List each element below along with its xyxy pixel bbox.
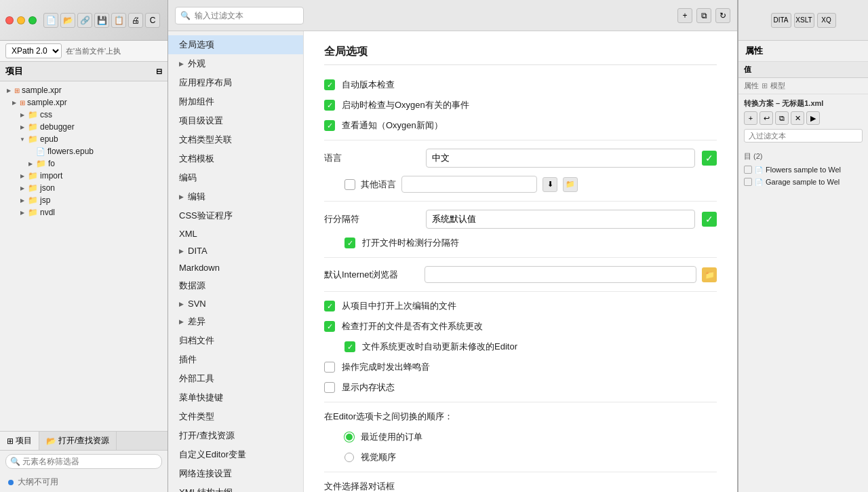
tree-item-flowers-epub[interactable]: 📄 flowers.epub: [0, 145, 167, 157]
tree-item-import[interactable]: ▶ 📁 import: [0, 170, 167, 182]
transform-filter-input[interactable]: [744, 129, 863, 143]
line-sep-label: 行分隔符: [324, 213, 419, 225]
checkbox-beep[interactable]: [324, 362, 335, 373]
settings-toolbar: 🔍 + ⧉ ↻: [168, 0, 737, 31]
other-lang-input[interactable]: [401, 176, 537, 193]
result-item-garage[interactable]: 📄 Garage sample to Wel: [738, 176, 868, 188]
copy-settings-icon[interactable]: ⧉: [696, 8, 711, 23]
nav-appearance[interactable]: ▶ 外观: [168, 54, 303, 73]
checkbox-open-last-file[interactable]: ✓: [324, 301, 335, 311]
tab-find-resource[interactable]: 📂 打开/查找资源: [39, 432, 117, 450]
internet-browser-folder-btn[interactable]: 📁: [702, 267, 717, 282]
maximize-button[interactable]: [28, 16, 37, 24]
right-icon-xslt[interactable]: XSLT: [794, 13, 814, 28]
checkbox-auto-update-editor[interactable]: ✓: [344, 341, 355, 352]
nav-app-layout[interactable]: 应用程序布局: [168, 73, 303, 92]
tree-item-debugger[interactable]: ▶ 📁 debugger: [0, 121, 167, 133]
right-top-toolbar: DITA XSLT XQ: [738, 0, 868, 41]
tree-item-jsp[interactable]: ▶ 📁 jsp: [0, 194, 167, 206]
nav-open-find[interactable]: 打开/查找资源: [168, 426, 303, 445]
tree-item-json[interactable]: ▶ 📁 json: [0, 182, 167, 194]
result-item-flowers[interactable]: 📄 Flowers sample to Wel: [738, 164, 868, 176]
nav-encoding[interactable]: 编码: [168, 168, 303, 187]
checkbox-check-fs-changes[interactable]: ✓: [324, 321, 335, 332]
xpath-version-select[interactable]: XPath 2.0: [5, 43, 62, 58]
radio-recent-order[interactable]: [344, 432, 354, 442]
lang-download-btn[interactable]: ⬇: [542, 177, 557, 192]
nav-plugins[interactable]: 插件: [168, 350, 303, 369]
result-checkbox-garage[interactable]: [744, 178, 752, 186]
settings-filter-input[interactable]: [175, 7, 304, 24]
tab-model[interactable]: 模型: [770, 81, 785, 91]
tree-item-sample-xpr2[interactable]: ▶ ⊞ sample.xpr: [0, 96, 167, 109]
checkbox-detect-line-sep[interactable]: ✓: [344, 238, 355, 248]
lang-folder-btn[interactable]: 📁: [563, 177, 578, 192]
right-icon-dita[interactable]: DITA: [771, 13, 791, 28]
result-checkbox-flowers[interactable]: [744, 166, 752, 174]
nav-xml[interactable]: XML: [168, 225, 303, 242]
radio-visual-order[interactable]: [344, 453, 354, 462]
transform-add-btn[interactable]: +: [744, 111, 757, 125]
transform-delete-btn[interactable]: ✕: [791, 111, 804, 125]
nav-file-types[interactable]: 文件类型: [168, 407, 303, 426]
nav-settings-icon[interactable]: ↻: [715, 8, 730, 23]
collapse-icon[interactable]: ⊟: [156, 67, 162, 76]
checkbox-other-lang[interactable]: [344, 179, 355, 190]
element-search-input[interactable]: [5, 454, 162, 469]
transform-nav-btn[interactable]: ↩: [760, 111, 773, 125]
tab-project[interactable]: ⊞ 项目: [0, 432, 39, 450]
tree-item-sample-xpr[interactable]: ▶ ⊞ sample.xpr: [0, 84, 167, 96]
nav-doc-type[interactable]: 文档类型关联: [168, 130, 303, 149]
close-button[interactable]: [5, 16, 14, 24]
tree-item-fo[interactable]: ▶ 📁 fo: [0, 157, 167, 170]
nav-archive[interactable]: 归档文件: [168, 331, 303, 350]
open-remote-icon[interactable]: 🔗: [77, 13, 92, 28]
transform-run-btn[interactable]: ▶: [806, 111, 820, 125]
tab-attributes[interactable]: 属性: [744, 81, 759, 91]
checkbox-memory-status[interactable]: [324, 382, 335, 393]
tree-label: nvdl: [40, 208, 55, 217]
nav-diff[interactable]: ▶ 差异: [168, 312, 303, 331]
nav-css-check[interactable]: CSS验证程序: [168, 206, 303, 225]
nav-diff-label: 差异: [188, 316, 205, 328]
result-label-flowers: Flowers sample to Wel: [766, 166, 841, 174]
line-sep-dropdown[interactable]: 系统默认值: [426, 210, 695, 229]
setting-radio-visual: 视觉顺序: [324, 451, 717, 463]
nav-project-settings[interactable]: 项目级设置: [168, 111, 303, 130]
nav-svn[interactable]: ▶ SVN: [168, 295, 303, 312]
save-all-icon[interactable]: 📋: [111, 13, 126, 28]
add-settings-icon[interactable]: +: [677, 8, 692, 23]
new-file-icon[interactable]: 📄: [43, 13, 58, 28]
lang-confirm-btn[interactable]: ✓: [702, 151, 717, 166]
tree-item-css[interactable]: ▶ 📁 css: [0, 109, 167, 121]
checkbox-auto-update[interactable]: ✓: [324, 79, 335, 90]
nav-external-tools[interactable]: 外部工具: [168, 369, 303, 388]
nav-markdown[interactable]: Markdown: [168, 259, 303, 276]
print-icon[interactable]: 🖨: [128, 13, 143, 28]
nav-dita[interactable]: ▶ DITA: [168, 242, 303, 259]
nav-global[interactable]: 全局选项: [168, 35, 303, 54]
tree-item-epub[interactable]: ▼ 📁 epub: [0, 133, 167, 145]
line-sep-confirm-btn[interactable]: ✓: [702, 212, 717, 227]
checkbox-startup-check[interactable]: ✓: [324, 100, 335, 111]
tree-item-nvdl[interactable]: ▶ 📁 nvdl: [0, 206, 167, 219]
lang-dropdown[interactable]: 中文: [426, 149, 695, 168]
minimize-button[interactable]: [17, 16, 25, 24]
nav-custom-editor[interactable]: 自定义Editor变量: [168, 445, 303, 464]
nav-network[interactable]: 网络连接设置: [168, 464, 303, 483]
nav-datasources[interactable]: 数据源: [168, 276, 303, 295]
checkbox-notifications[interactable]: ✓: [324, 120, 335, 131]
save-icon[interactable]: 💾: [94, 13, 109, 28]
transform-copy-btn[interactable]: ⧉: [775, 111, 789, 125]
right-icon-xq[interactable]: XQ: [817, 13, 836, 28]
nav-xml-struct[interactable]: XML结构大纲: [168, 483, 303, 492]
nav-editing[interactable]: ▶ 编辑: [168, 187, 303, 206]
nav-menu-shortcuts[interactable]: 菜单快捷键: [168, 388, 303, 407]
internet-browser-input[interactable]: [425, 266, 696, 283]
undo-icon[interactable]: C: [145, 13, 160, 28]
setting-radio-recent: 最近使用的订单: [324, 431, 717, 443]
xpr-file-icon: ⊞: [14, 87, 20, 94]
nav-addons[interactable]: 附加组件: [168, 92, 303, 111]
nav-doc-template[interactable]: 文档模板: [168, 149, 303, 168]
open-folder-icon[interactable]: 📂: [60, 13, 75, 28]
